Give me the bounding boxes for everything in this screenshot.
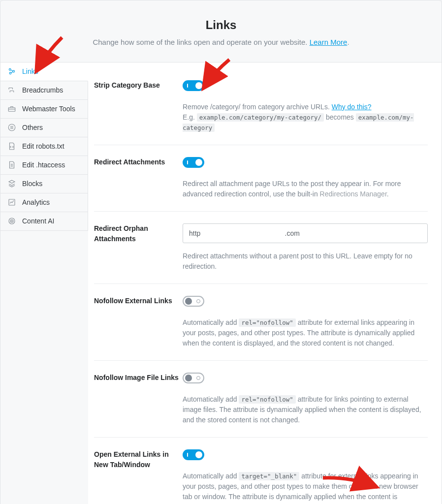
code-example: example.com/category/my-category/ bbox=[197, 113, 324, 122]
blocks-icon bbox=[7, 179, 16, 188]
sidebar-item-label: Blocks bbox=[22, 179, 42, 189]
setting-description: Redirect attachments without a parent po… bbox=[183, 251, 428, 272]
redirect-orphan-url-input[interactable] bbox=[183, 223, 428, 243]
setting-label: Strip Category Base bbox=[94, 80, 183, 133]
why-do-this-link[interactable]: Why do this? bbox=[332, 103, 372, 111]
code-example: target="_blank" bbox=[239, 472, 299, 480]
toolbox-icon bbox=[7, 104, 16, 113]
toggle-redirect-attachments[interactable] bbox=[183, 157, 204, 168]
redirections-manager-link[interactable]: Redirections Manager bbox=[320, 190, 387, 198]
toggle-strip-category-base[interactable] bbox=[183, 80, 204, 91]
sidebar-item-label: Links bbox=[22, 66, 38, 77]
toggle-nofollow-image[interactable] bbox=[183, 373, 204, 383]
sidebar-item-label: Breadcrumbs bbox=[22, 85, 63, 95]
setting-description: Automatically add rel="nofollow" attribu… bbox=[183, 317, 428, 348]
toggle-nofollow-external[interactable] bbox=[183, 296, 204, 307]
svg-point-8 bbox=[11, 220, 12, 221]
sidebar-item-breadcrumbs[interactable]: Breadcrumbs bbox=[0, 81, 88, 100]
code-example: rel="nofollow" bbox=[239, 318, 295, 327]
toggle-open-external-new-tab[interactable] bbox=[183, 449, 204, 460]
sidebar-item-label: Edit robots.txt bbox=[22, 141, 64, 152]
svg-rect-3 bbox=[8, 108, 15, 112]
sidebar-item-label: Edit .htaccess bbox=[22, 160, 65, 170]
row-open-external-new-tab: Open External Links in New Tab/Window Au… bbox=[94, 449, 428, 504]
sidebar-item-edit-htaccess[interactable]: Edit .htaccess bbox=[0, 156, 88, 175]
svg-point-0 bbox=[9, 68, 11, 70]
list-icon bbox=[7, 123, 16, 132]
page-header: Links Change how some of the links open … bbox=[0, 0, 442, 62]
settings-content: Strip Category Base Remove /category/ fr… bbox=[88, 63, 442, 504]
setting-label: Open External Links in New Tab/Window bbox=[94, 449, 183, 504]
file-lines-icon bbox=[7, 160, 16, 169]
chart-icon bbox=[7, 198, 16, 207]
row-nofollow-image-file-links: Nofollow Image File Links Automatically … bbox=[94, 373, 428, 438]
sidebar-item-label: Webmaster Tools bbox=[22, 104, 75, 114]
sidebar-item-label: Analytics bbox=[22, 197, 50, 208]
links-icon bbox=[7, 67, 16, 76]
page-subtitle: Change how some of the links open and op… bbox=[20, 37, 422, 48]
setting-label: Redirect Attachments bbox=[94, 157, 183, 199]
learn-more-link[interactable]: Learn More bbox=[310, 38, 347, 46]
target-icon bbox=[7, 217, 16, 225]
settings-sidebar: Links Breadcrumbs Webmaster Tools Others… bbox=[0, 63, 88, 504]
setting-description: Remove /category/ from category archive … bbox=[183, 102, 428, 133]
sidebar-item-label: Content AI bbox=[22, 216, 54, 226]
setting-label: Redirect Orphan Attachments bbox=[94, 223, 183, 272]
sidebar-item-links[interactable]: Links bbox=[0, 63, 88, 81]
breadcrumbs-icon bbox=[7, 86, 16, 94]
row-redirect-orphan-attachments: Redirect Orphan Attachments Redirect att… bbox=[94, 223, 428, 284]
row-redirect-attachments: Redirect Attachments Redirect all attach… bbox=[94, 157, 428, 212]
sidebar-item-content-ai[interactable]: Content AI bbox=[0, 212, 88, 231]
setting-description: Automatically add rel="nofollow" attribu… bbox=[183, 394, 428, 425]
sidebar-item-analytics[interactable]: Analytics bbox=[0, 193, 88, 212]
sidebar-item-edit-robots[interactable]: Edit robots.txt bbox=[0, 137, 88, 156]
file-code-icon bbox=[7, 142, 16, 151]
svg-point-1 bbox=[13, 70, 15, 72]
setting-label: Nofollow External Links bbox=[94, 296, 183, 348]
page-title: Links bbox=[20, 16, 422, 34]
sidebar-item-webmaster-tools[interactable]: Webmaster Tools bbox=[0, 100, 88, 119]
setting-description: Redirect all attachment page URLs to the… bbox=[183, 179, 428, 199]
sidebar-item-blocks[interactable]: Blocks bbox=[0, 175, 88, 193]
row-nofollow-external-links: Nofollow External Links Automatically ad… bbox=[94, 296, 428, 361]
code-example: rel="nofollow" bbox=[239, 395, 295, 404]
sidebar-item-others[interactable]: Others bbox=[0, 119, 88, 137]
sidebar-item-label: Others bbox=[22, 123, 43, 133]
row-strip-category-base: Strip Category Base Remove /category/ fr… bbox=[94, 80, 428, 145]
setting-description: Automatically add target="_blank" attrib… bbox=[183, 471, 428, 504]
setting-label: Nofollow Image File Links bbox=[94, 373, 183, 425]
